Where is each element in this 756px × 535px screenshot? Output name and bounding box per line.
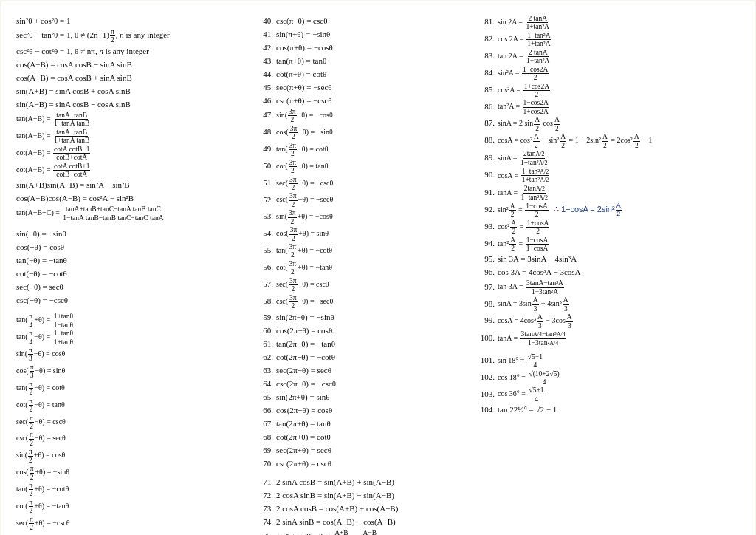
identity-line: 91. tanA = 2tanA/21−tan²A/2 <box>474 185 740 202</box>
identity-line: 44.cot(π+θ) = cotθ <box>252 68 467 81</box>
identity-line: csc²θ − cot²θ = 1, θ ≠ nπ, n is any inte… <box>16 45 245 58</box>
identity-line: cos(π3−θ) = sinθ <box>16 364 245 380</box>
identity-line: 57. sec(3π2+θ) = cscθ <box>252 277 467 293</box>
identity-line: 47. sin(3π2−θ) = −cosθ <box>252 108 467 124</box>
identity-line: tan(A−B) = tanA−tanB1+tanA tanB <box>16 129 245 145</box>
identity-line: 66.cos(2π+θ) = cosθ <box>252 404 467 417</box>
identity-line: 60.cos(2π−θ) = cosθ <box>252 324 467 337</box>
identity-line: sin(π3−θ) = cosθ <box>16 347 245 363</box>
identity-line: cos(−θ) = cosθ <box>16 241 245 253</box>
main-page: sin²θ + cos²θ = 1 sec²θ − tan²θ = 1, θ ≠… <box>1 1 755 535</box>
identity-line: cot(π2−θ) = tanθ <box>16 398 245 414</box>
identity-line: 88. cosA = cos²A2 − sin²A2 = 1 − 2sin²A2… <box>474 133 740 149</box>
identity-line: 50. cot(3π2−θ) = tanθ <box>252 159 467 175</box>
identity-line: 95. sin 3A = 3sinA − 4sin³A <box>474 253 740 265</box>
identity-line: 97. tan 3A = 3tanA−tan³A1−3tan²A <box>474 279 740 296</box>
identity-line: 99. cosA = 4cos³A3 − 3cosA3 <box>474 313 740 330</box>
identity-line: tan(π2+θ) = −cotθ <box>16 482 245 498</box>
identity-line: 53. sin(3π2+θ) = −cosθ <box>252 209 467 225</box>
column-1: sin²θ + cos²θ = 1 sec²θ − tan²θ = 1, θ ≠… <box>16 15 245 535</box>
identity-line: csc(π2−θ) = secθ <box>16 431 245 447</box>
identity-line: tan(π4−θ) = 1−tanθ1+tanθ <box>16 330 245 346</box>
identity-line: 92. sin²A2 = 1−cosA2 ∴ 1−cosA = 2sin²A2 <box>474 202 740 219</box>
identity-line: 103. cos 36° = √5+14 <box>474 386 740 403</box>
identity-line: 93. cos²A2 = 1+cosA2 <box>474 219 740 236</box>
identity-line: 49. tan(3π2−θ) = cotθ <box>252 142 467 158</box>
identity-line: tan(π2−θ) = cotθ <box>16 381 245 397</box>
identity-line: sin(−θ) = −sinθ <box>16 228 245 240</box>
identity-line: sin²θ + cos²θ = 1 <box>16 15 245 27</box>
identity-line: tan(−θ) = −tanθ <box>16 254 245 267</box>
identity-line: 102. cos 18° = √(10+2√5)4 <box>474 370 740 386</box>
identity-line: 68.cot(2π+θ) = cotθ <box>252 431 467 443</box>
identity-line: sec²θ − tan²θ = 1, θ ≠ (2n+1)π2, n is an… <box>16 28 245 44</box>
identity-line: sin(A+B) = sinA cosB + cosA sinB <box>16 85 245 98</box>
identity-line: 87. sinA = 2 sinA2 cosA2 <box>474 116 740 132</box>
identity-line: 75. sinA + sinB = 2 sinA+B2 cosA−B2 <box>252 529 467 536</box>
identity-line: csc(−θ) = −cscθ <box>16 294 245 307</box>
identity-line: 89. sinA = 2tanA/21+tan²A/2 <box>474 150 740 167</box>
identity-line: tan(π4+θ) = 1+tanθ1−tanθ <box>16 313 245 329</box>
identity-line: sec(π2−θ) = cscθ <box>16 415 245 431</box>
identity-line: sin(A−B) = sinA cosB − cosA sinB <box>16 98 245 111</box>
identity-line: 74.2 sinA sinB = cos(A−B) − cos(A+B) <box>252 516 467 528</box>
identity-line: 61.tan(2π−θ) = −tanθ <box>252 338 467 350</box>
identity-line: 58. csc(3π2+θ) = −secθ <box>252 294 467 310</box>
identity-line: 82. cos 2A = 1−tan²A1+tan²A <box>474 32 740 48</box>
identity-line: 48. cos(3π2−θ) = −sinθ <box>252 125 467 141</box>
identity-line: 63.sec(2π−θ) = secθ <box>252 364 467 377</box>
identity-line: 62.cot(2π−θ) = −cotθ <box>252 351 467 364</box>
identity-line: 85. cos²A = 1+cos2A2 <box>474 83 740 99</box>
identity-line: 54. cos(3π2+θ) = sinθ <box>252 226 467 242</box>
identity-line: 43.tan(π+θ) = tanθ <box>252 55 467 67</box>
identity-line: 71.2 sinA cosB = sin(A+B) + sin(A−B) <box>252 476 467 488</box>
identity-line: 40.csc(π−θ) = cscθ <box>252 15 467 27</box>
identity-line: 45.sec(π+θ) = −secθ <box>252 81 467 94</box>
identity-line: 59.sin(2π−θ) = −sinθ <box>252 311 467 324</box>
identity-line: cos(A−B) = cosA cosB + sinA sinB <box>16 72 245 84</box>
column-2: 40.csc(π−θ) = cscθ 41.sin(π+θ) = −sinθ 4… <box>252 15 467 535</box>
identity-line: 90. cosA = 1−tan²A/21+tan²A/2 <box>474 168 740 185</box>
identity-line: 51. sec(3π2−θ) = −cscθ <box>252 176 467 192</box>
identity-line: 65.sin(2π+θ) = sinθ <box>252 391 467 403</box>
identity-line: 72.2 cosA sinB = sin(A+B) − sin(A−B) <box>252 489 467 502</box>
identity-line: sec(−θ) = secθ <box>16 281 245 293</box>
identity-line: 98. sinA = 3sinA3 − 4sin³A3 <box>474 296 740 313</box>
identity-line: 52. csc(3π2−θ) = −secθ <box>252 192 467 208</box>
identity-line: sin(A+B)sin(A−B) = sin²A − sin²B <box>16 179 245 191</box>
identity-line: 46.csc(π+θ) = −cscθ <box>252 95 467 107</box>
identity-line: cos(A+B)cos(A−B) = cos²A − sin²B <box>16 192 245 205</box>
identity-line: cos(π2+θ) = −sinθ <box>16 465 245 481</box>
identity-line: cos(A+B) = cosA cosB − sinA sinB <box>16 58 245 71</box>
identity-line: tan(A+B) = tanA+tanB1−tanA tanB <box>16 112 245 128</box>
identity-line: 64.csc(2π−θ) = −cscθ <box>252 378 467 390</box>
identity-line: 41.sin(π+θ) = −sinθ <box>252 28 467 41</box>
identity-line: 86. tan²A = 1−cos2A1+cos2A <box>474 99 740 115</box>
identity-line: 42.cos(π+θ) = −cosθ <box>252 41 467 54</box>
identity-line: 67.tan(2π+θ) = tanθ <box>252 418 467 430</box>
identity-line: 70.csc(2π+θ) = cscθ <box>252 457 467 470</box>
identity-line: 56. cot(3π2+θ) = −tanθ <box>252 260 467 276</box>
identity-line: sin(π2+θ) = cosθ <box>16 448 245 464</box>
identity-line: tan(A+B+C) = tanA+tanB+tanC−tanA tanB ta… <box>16 205 245 222</box>
identity-line: sec(π2+θ) = −cscθ <box>16 516 245 532</box>
identity-line: 84. sin²A = 1−cos2A2 <box>474 66 740 82</box>
identity-line: cot(−θ) = −cotθ <box>16 268 245 280</box>
identity-line: 101. sin 18° = √5−14 <box>474 353 740 369</box>
identity-line: 104. tan 22½° = √2 − 1 <box>474 403 740 416</box>
identity-line: 81. sin 2A = 2 tanA1+tan²A <box>474 15 740 31</box>
identity-line: 96. cos 3A = 4cos³A − 3cosA <box>474 266 740 279</box>
identity-line: cot(A−B) = cotA cotB+1cotB−cotA <box>16 163 245 179</box>
column-3: 81. sin 2A = 2 tanA1+tan²A 82. cos 2A = … <box>474 15 740 535</box>
identity-line: 55. tan(3π2+θ) = −cotθ <box>252 243 467 259</box>
identity-line: 94. tan²A2 = 1−cosA1+cosA <box>474 236 740 253</box>
identity-line: 73.2 cosA cosB = cos(A+B) + cos(A−B) <box>252 502 467 515</box>
identity-line: 83. tan 2A = 2 tanA1−tan²A <box>474 49 740 65</box>
identity-line: csc(π2+θ) = secθ <box>16 533 245 535</box>
identity-line: cot(π2+θ) = −tanθ <box>16 499 245 515</box>
identity-line: 100. tanA = 3tanA/4−tan³A/41−3tan²A/4 <box>474 330 740 347</box>
identity-line: 69.sec(2π+θ) = secθ <box>252 444 467 457</box>
identity-line: cot(A+B) = cotA cotB−1cotB+cotA <box>16 146 245 162</box>
